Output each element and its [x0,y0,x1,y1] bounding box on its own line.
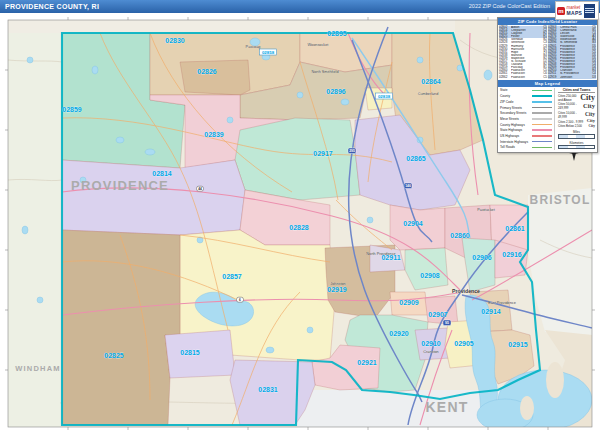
town-label: Woonsocket [308,43,330,47]
county-label-providence: PROVIDENCE [71,178,169,193]
legend-line-items: StateCountyZIP CodePrimary StreetsSecond… [500,88,552,151]
svg-text:02905: 02905 [454,340,474,347]
svg-text:146: 146 [405,184,411,188]
zip-label-02831: 02831 [258,386,278,393]
zip-label-02839: 02839 [204,131,224,138]
zip-label-02920: 02920 [389,330,409,337]
svg-text:02839: 02839 [204,131,224,138]
scale-bar-miles: Miles [558,130,595,138]
zip-region-02917 [235,118,360,200]
zip-region-02826 [180,60,250,95]
svg-text:02911: 02911 [381,254,400,261]
map-poster: PROVIDENCE COUNTY, RI 2022 ZIP Code Colo… [0,0,600,435]
interstate-shield-95: 95 [443,320,451,326]
zip-label-02915: 02915 [508,341,528,348]
svg-text:02859: 02859 [62,106,82,113]
zip-region-02825 [62,230,180,425]
svg-text:02814: 02814 [152,170,172,177]
town-label: Providence [452,288,480,294]
zip-label-02914: 02914 [481,308,501,315]
svg-text:02864: 02864 [421,78,441,85]
svg-text:02826: 02826 [197,68,217,75]
map-legend-title: Map Legend [498,80,597,87]
svg-text:02865: 02865 [406,155,426,162]
zip-label-02857: 02857 [222,273,242,280]
zip-label-02826: 02826 [197,68,217,75]
svg-text:02914: 02914 [481,308,501,315]
logo-icon: m [557,7,565,15]
zip-label-02858: 02858 [260,49,277,55]
town-label: Cumberland [418,92,439,96]
svg-text:02909: 02909 [399,299,419,306]
map-title: PROVIDENCE COUNTY, RI [5,0,99,13]
town-label: East Providence [488,301,516,305]
zip-label-02864: 02864 [421,78,441,85]
zip-label-02838: 02838 [376,93,393,99]
publisher-logo: m market MAPS [555,1,599,20]
zip-label-02907: 02907 [428,311,448,318]
county-label-bristol: BRISTOL [530,193,591,207]
zip-label-02904: 02904 [403,220,423,227]
svg-text:95: 95 [445,321,449,325]
cities-title: Cities and Towns [558,88,595,93]
title-bar: PROVIDENCE COUNTY, RI 2022 ZIP Code Colo… [0,0,600,13]
edition-label: 2022 ZIP Code ColorCast Edition [469,0,550,13]
svg-text:02858: 02858 [262,50,275,55]
svg-text:02828: 02828 [289,224,309,231]
city-class-rows: Cities 250,000 and AboveCityCities 50,00… [558,94,595,129]
legend-cities-column: Cities and Towns Cities 250,000 and Abov… [554,88,595,151]
index-row: 02862PawtucketC5 [499,76,547,79]
city-class-row: Cities 50,000 - 249,999City [558,102,595,110]
zip-label-02906: 02906 [472,254,492,261]
town-label: Cranston [423,350,438,354]
scale-bar-kilometers: Kilometers [558,141,595,149]
zip-label-02861: 02861 [505,225,525,232]
zip-label-02917: 02917 [313,150,333,157]
svg-text:02916: 02916 [502,251,522,258]
svg-text:02904: 02904 [403,220,423,227]
svg-text:02831: 02831 [258,386,278,393]
svg-text:44: 44 [198,187,202,191]
zip-region-02815 [165,330,235,378]
svg-text:02857: 02857 [222,273,242,280]
svg-text:02917: 02917 [313,150,333,157]
zip-label-02910: 02910 [421,340,441,347]
legend-panel: ZIP Code Index/Grid Locator 02802AlbionC… [497,17,598,153]
zip-index-table: 02802AlbionC502814ChepachetC202815Clayvi… [498,25,597,80]
svg-text:02815: 02815 [180,349,200,356]
svg-text:02907: 02907 [428,311,448,318]
svg-text:02830: 02830 [165,37,185,44]
zip-label-02895: 02895 [327,30,347,37]
interstate-shield-146: 146 [404,183,412,189]
index-row: 02919JohnstonD3 [548,76,596,79]
map-legend-body: StateCountyZIP CodePrimary StreetsSecond… [498,87,597,153]
zip-label-02909: 02909 [399,299,419,306]
zip-label-02859: 02859 [62,106,82,113]
svg-text:02910: 02910 [421,340,441,347]
interstate-shield-295: 295 [348,148,356,154]
zip-label-02908: 02908 [420,272,440,279]
svg-text:02861: 02861 [505,225,525,232]
svg-text:02915: 02915 [508,341,528,348]
legend-item-toll-roads: Toll Roads [500,144,552,150]
zip-index-left-column: 02802AlbionC502814ChepachetC202815Clayvi… [499,26,547,79]
zip-label-02860: 02860 [450,232,470,239]
svg-text:295: 295 [349,149,355,153]
svg-text:02838: 02838 [378,94,391,99]
zip-index-right-column: 02863Central FallsC502864CumberlandB5028… [548,26,596,79]
zip-label-02828: 02828 [289,224,309,231]
county-label-windham: WINDHAM [15,364,60,373]
zip-label-02919: 02919 [327,286,347,293]
zip-label-02905: 02905 [454,340,474,347]
svg-text:02825: 02825 [104,352,124,359]
svg-text:02896: 02896 [326,88,346,95]
us-route-shield-44: 44 [197,186,204,191]
zip-label-02916: 02916 [502,251,522,258]
zip-label-02814: 02814 [152,170,172,177]
zip-label-02825: 02825 [104,352,124,359]
svg-text:02921: 02921 [357,359,377,366]
zip-label-02830: 02830 [165,37,185,44]
svg-text:02895: 02895 [327,30,347,37]
zip-label-02896: 02896 [326,88,346,95]
county-label-kent: KENT [426,399,469,415]
